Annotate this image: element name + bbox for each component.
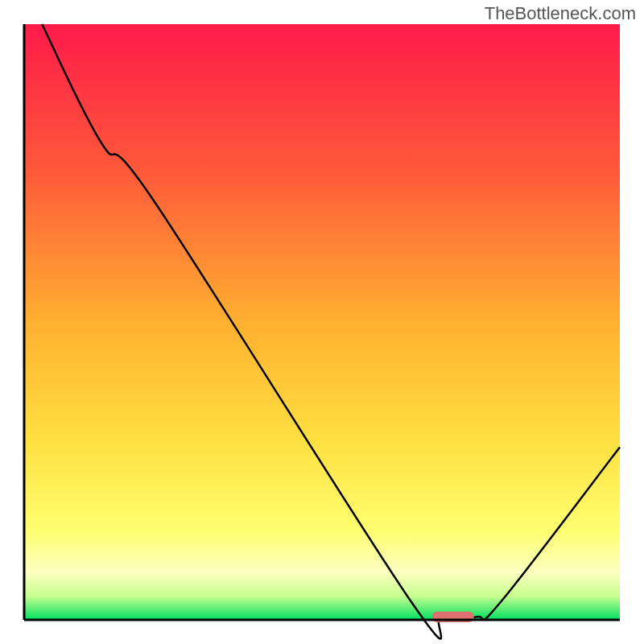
plot-background	[24, 24, 620, 620]
chart-container: TheBottleneck.com	[0, 0, 644, 644]
watermark-text: TheBottleneck.com	[485, 3, 636, 24]
bottleneck-chart	[0, 0, 644, 644]
